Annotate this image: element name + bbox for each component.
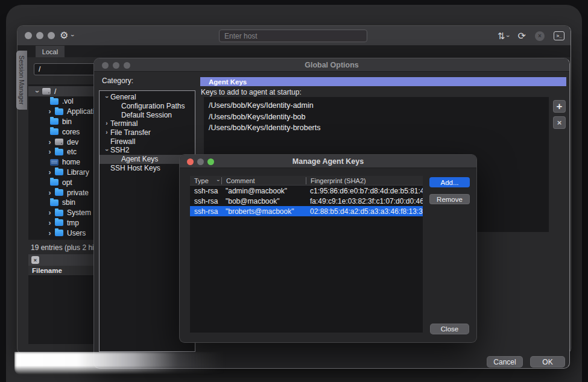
expander-icon[interactable]: › xyxy=(46,139,54,146)
tree-label: etc xyxy=(67,148,77,156)
table-row[interactable]: ssh-rsa "bob@macbook" fa:49:c9:1e:03:82:… xyxy=(190,196,423,206)
agent-key-item[interactable]: /Users/bob/Keys/Identity-bob xyxy=(209,111,544,123)
cancel-button[interactable]: Cancel xyxy=(487,356,523,368)
agent-keys-table: Type › Comment Fingerprint (SHA2) ssh-rs… xyxy=(190,176,423,333)
close-window-button[interactable] xyxy=(25,32,32,39)
column-type[interactable]: Type › xyxy=(190,177,221,184)
folder-icon xyxy=(50,199,58,206)
session-manager-label: Session Manager xyxy=(18,55,25,105)
zoom-window-button[interactable] xyxy=(48,32,55,39)
sort-button[interactable]: ⇅ › xyxy=(498,31,509,42)
disconnect-button[interactable]: × xyxy=(535,31,545,41)
expander-icon[interactable]: › xyxy=(103,121,110,127)
tree-label: Users xyxy=(67,229,86,237)
table-row[interactable]: ssh-rsa "admin@macbook" c1:95:86:d6:e0:b… xyxy=(190,186,423,196)
column-comment[interactable]: Comment xyxy=(221,177,306,184)
expander-icon[interactable]: › xyxy=(46,209,54,216)
expander-icon[interactable]: › xyxy=(46,189,54,196)
category-item[interactable]: ›SSH2 xyxy=(100,146,195,155)
minimize-window-button[interactable] xyxy=(36,32,43,39)
folder-icon xyxy=(50,118,58,125)
tree-label: Library xyxy=(67,168,89,177)
category-item[interactable]: Default Session xyxy=(100,110,195,119)
remove-button[interactable]: Remove xyxy=(429,194,470,204)
category-item[interactable]: ›Terminal xyxy=(100,119,195,128)
manage-agent-keys-dialog: Manage Agent Keys Type › Comment Fingerp… xyxy=(179,154,477,343)
expander-icon[interactable]: › xyxy=(104,93,110,101)
clear-filter-button[interactable]: × xyxy=(31,256,39,264)
sort-icon: ⇅ xyxy=(498,31,505,42)
dialog-title: Manage Agent Keys xyxy=(180,157,476,166)
tree-label: dev xyxy=(67,138,78,146)
drive-icon xyxy=(42,88,51,95)
category-item[interactable]: Configuration Paths xyxy=(100,102,195,111)
settings-menu-button[interactable]: ⚙ › xyxy=(60,29,74,42)
keys-label: Keys to add to agent at startup: xyxy=(201,88,302,96)
dialog-title: Global Options xyxy=(94,61,569,69)
table-row-selected[interactable]: ssh-rsa "broberts@macbook" 02:88:b5:d4:a… xyxy=(190,206,423,216)
add-button[interactable]: Add... xyxy=(429,177,470,187)
tab-local[interactable]: Local xyxy=(36,46,65,57)
tree-label: tmp xyxy=(67,219,79,227)
window-controls xyxy=(25,32,55,39)
folder-icon xyxy=(50,98,58,105)
host-input[interactable] xyxy=(219,30,367,42)
delete-key-button[interactable]: × xyxy=(553,116,566,129)
folder-icon xyxy=(55,108,63,115)
folder-icon xyxy=(50,179,58,186)
table-header[interactable]: Type › Comment Fingerprint (SHA2) xyxy=(190,176,423,186)
folder-icon xyxy=(55,219,63,226)
toolbar-right-icons: ⇅ › ⟳ × >_ xyxy=(498,26,564,46)
folder-icon xyxy=(55,210,63,216)
expander-icon[interactable]: › xyxy=(46,148,54,155)
chevron-down-icon: › xyxy=(69,34,75,36)
sort-chevron-icon: › xyxy=(215,180,221,181)
tree-label: / xyxy=(54,87,56,96)
gear-icon: ⚙ xyxy=(60,29,68,42)
entries-status-text: 19 entries (plus 2 hid xyxy=(31,243,98,252)
agent-key-item[interactable]: /Users/bob/Keys/Identity-admin xyxy=(209,100,544,111)
expander-icon[interactable]: › xyxy=(103,130,110,136)
tree-label: cores xyxy=(62,128,80,136)
category-item[interactable]: ›File Transfer xyxy=(100,128,195,137)
tree-label: opt xyxy=(62,178,72,187)
column-fingerprint[interactable]: Fingerprint (SHA2) xyxy=(306,177,423,184)
folder-icon xyxy=(55,149,63,155)
global-options-titlebar: Global Options xyxy=(94,58,569,72)
screenshot-stage: ⚙ › ⇅ › ⟳ × >_ Local › / xyxy=(0,0,588,382)
expander-icon[interactable]: › xyxy=(46,108,54,115)
tree-label: bin xyxy=(62,117,72,126)
chevron-down-icon: › xyxy=(505,35,511,37)
refresh-button[interactable]: ⟳ xyxy=(518,30,526,42)
expander-icon[interactable]: › xyxy=(46,169,54,176)
ok-button[interactable]: OK xyxy=(530,356,565,368)
folder-icon xyxy=(55,189,63,196)
expander-icon[interactable]: › xyxy=(46,219,54,227)
tree-label: private xyxy=(67,189,89,197)
agent-key-item[interactable]: /Users/bob/Keys/Identity-broberts xyxy=(209,122,544,134)
session-manager-tab[interactable]: Session Manager xyxy=(16,51,27,110)
close-button[interactable]: Close xyxy=(430,324,469,334)
category-item[interactable]: ›General xyxy=(100,93,195,102)
tree-label: home xyxy=(62,158,80,166)
add-key-button[interactable]: + xyxy=(553,100,566,113)
main-toolbar: ⚙ › ⇅ › ⟳ × >_ xyxy=(17,26,571,46)
tree-label: sbin xyxy=(62,198,75,207)
manage-keys-titlebar: Manage Agent Keys xyxy=(180,155,476,168)
panel-header: Agent Keys xyxy=(200,77,566,86)
tree-label: System xyxy=(67,208,91,217)
expander-icon[interactable]: › xyxy=(34,87,41,95)
drive-icon xyxy=(55,139,63,145)
folder-icon xyxy=(55,169,63,175)
expander-icon[interactable]: › xyxy=(46,230,54,237)
terminal-button[interactable]: >_ xyxy=(554,31,564,40)
category-item[interactable]: Firewall xyxy=(100,137,195,146)
category-label: Category: xyxy=(102,77,133,85)
expander-icon[interactable]: › xyxy=(104,146,110,154)
home-server-icon xyxy=(50,159,58,166)
folder-icon xyxy=(55,230,63,236)
folder-icon xyxy=(50,128,58,135)
tree-label: .vol xyxy=(62,97,74,105)
session-tab-bar: Local xyxy=(17,46,571,57)
